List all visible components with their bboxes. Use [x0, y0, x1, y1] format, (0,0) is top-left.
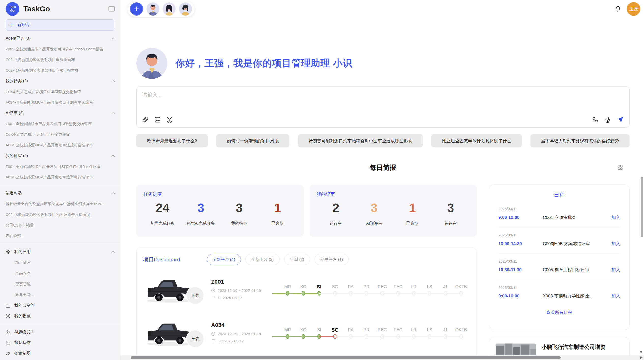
- join-button[interactable]: 加入: [611, 293, 620, 299]
- recent-chat-item[interactable]: 解释最新出台的欧盟报废车法规再生塑料比例被调至15%...: [0, 199, 120, 209]
- scroll-down-arrow[interactable]: [640, 351, 642, 353]
- milestone: PR: [359, 283, 374, 297]
- notification-bell-icon[interactable]: [614, 6, 621, 12]
- sidebar-task-item[interactable]: C0X4-动力总成开发项目工程变更评审: [0, 129, 120, 140]
- stat-label: 进行中: [317, 221, 355, 226]
- dashboard-tab[interactable]: 全新平台 (4): [207, 254, 241, 265]
- join-button[interactable]: 加入: [611, 267, 620, 273]
- suggestion-chip[interactable]: 如何写一份清晰的项目周报: [216, 134, 289, 147]
- milestone-label: SC: [327, 326, 343, 334]
- sidebar-section-header[interactable]: AI评审 (3): [0, 108, 120, 118]
- phone-icon[interactable]: [592, 116, 599, 123]
- milestone-label: OKTB: [453, 283, 469, 291]
- sidebar-task-item[interactable]: Z001-全新燃油轻卡产品开发项目SI节点属性5D文件评审: [0, 161, 120, 172]
- sidebar-task-item[interactable]: A034-全新新能源MUV产品开发项目计划变更表编写: [0, 97, 120, 108]
- attachment-icon[interactable]: [142, 116, 149, 123]
- sidebar-section-header[interactable]: Agent已办 (3): [0, 33, 120, 44]
- image-icon[interactable]: [154, 116, 161, 123]
- microphone-icon[interactable]: [604, 116, 611, 123]
- join-button[interactable]: 加入: [611, 241, 620, 247]
- chevron-up-icon[interactable]: [111, 192, 115, 194]
- schedule-date: 2025/03/11: [498, 285, 620, 290]
- view-all-schedule-link[interactable]: 查看所有日程: [498, 306, 620, 316]
- agent-avatar[interactable]: [179, 2, 192, 16]
- chevron-up-icon[interactable]: [111, 251, 115, 253]
- add-agent-button[interactable]: [130, 2, 143, 16]
- dashboard-tab[interactable]: 全新上装 (3): [245, 254, 280, 265]
- scissors-icon[interactable]: [167, 116, 173, 123]
- sidebar-task-item[interactable]: Z001-全新燃油皮卡产品开发项目SI节点Lesson Learn报告: [0, 44, 120, 54]
- chevron-up-icon[interactable]: [111, 112, 115, 114]
- scroll-right-arrow[interactable]: [640, 356, 643, 359]
- logo-text-top: Task: [9, 5, 16, 9]
- send-icon[interactable]: [617, 116, 624, 123]
- app-item[interactable]: 变更管理: [0, 279, 120, 289]
- recent-chats-header[interactable]: 最近对话: [0, 188, 120, 199]
- app-item[interactable]: 项目管理: [0, 257, 120, 268]
- project-name: Z001: [211, 279, 280, 285]
- layout-grid-icon[interactable]: [617, 164, 623, 170]
- sidebar-task-item[interactable]: A034-全新新能源MUV产品开发项目法规符合性评审: [0, 140, 120, 151]
- sidebar-item-favorites[interactable]: 我的收藏: [0, 311, 120, 321]
- dashboard-tab[interactable]: 动总开发 (1): [315, 254, 349, 265]
- chat-input[interactable]: [142, 91, 624, 108]
- user-avatar[interactable]: 王强: [627, 2, 640, 16]
- milestone: PR: [359, 326, 374, 340]
- sidebar-task-item[interactable]: A034-全新新能源MUV产品开发项目造型可行性评审: [0, 172, 120, 183]
- milestone: SI: [311, 326, 327, 340]
- suggestion-chip[interactable]: 比亚迪全固态电池计划具体说了什么: [431, 134, 522, 147]
- milestone: J1: [437, 326, 453, 340]
- sidebar-task-item[interactable]: C0X4-动力总成开发项目SI里程碑提交物检查: [0, 86, 120, 97]
- sidebar-item-drawing[interactable]: 创意制图: [0, 348, 120, 359]
- collapse-sidebar-icon[interactable]: [108, 6, 115, 12]
- suggestion-chip[interactable]: 欧洲新规最近颁布了什么?: [136, 134, 208, 147]
- agent-avatar[interactable]: [163, 2, 176, 16]
- chevron-up-icon[interactable]: [111, 80, 115, 82]
- new-chat-button[interactable]: 新对话: [6, 19, 114, 31]
- agent-avatar[interactable]: [146, 2, 159, 16]
- milestone-segment: [414, 293, 430, 294]
- sidebar-task-item[interactable]: Z001-全新燃油轻卡产品开发项目SI造型提交物评审: [0, 118, 120, 129]
- milestone-segment: [430, 336, 445, 337]
- suggestion-chip[interactable]: 特朗普可能对进口汽车增税会对中国车企造成哪些影响: [298, 134, 423, 147]
- sidebar-item-cloud[interactable]: 我的云空间: [0, 300, 120, 311]
- my-apps-header[interactable]: 我的应用: [0, 247, 120, 257]
- stat-label: 已逾期: [393, 221, 432, 226]
- apps-view-all[interactable]: 查看全部...: [0, 289, 120, 300]
- milestone: LS: [422, 326, 437, 340]
- news-card[interactable]: 小鹏飞行汽车制造公司增资 天眼查 App 显示，近日广州汇天飞行汽...: [489, 337, 630, 355]
- milestone-segment: [272, 336, 288, 337]
- sidebar-section-header[interactable]: 我的评审 (2): [0, 151, 120, 161]
- dashboard-tab[interactable]: 年型 (2): [284, 254, 310, 265]
- project-row[interactable]: 王强 A034 2023-12-19 ~ 2026-01-19 SC-2025-…: [143, 313, 470, 352]
- pen-icon: [6, 351, 11, 356]
- app-item[interactable]: 产品管理: [0, 268, 120, 279]
- join-button[interactable]: 加入: [611, 215, 620, 220]
- sidebar-item-writing[interactable]: 帮我写作: [0, 337, 120, 348]
- vertical-scrollbar-thumb[interactable]: [641, 177, 643, 237]
- recent-chat-item[interactable]: 公司Q3轻卡销量: [0, 220, 120, 231]
- stat: 3 我的待办: [220, 201, 258, 226]
- new-chat-label: 新对话: [17, 22, 29, 28]
- greeting-text: 你好，王强，我是你的项目管理助理 小识: [175, 57, 352, 70]
- milestone-segment: [288, 293, 303, 294]
- star-badge-icon: [6, 313, 11, 319]
- recent-chat-item[interactable]: C02-飞腾新能源轻客改款项目的闭环通告反馈情况: [0, 209, 120, 220]
- milestone-strip: MR KO SI: [280, 282, 470, 297]
- sidebar-task-item[interactable]: C02-飞腾新能源轻客改款项目立项汇报方案: [0, 65, 120, 76]
- briefing-header: 每日简报: [136, 163, 630, 172]
- sidebar-task-item[interactable]: C02-飞腾新能源轻客改款项目里程碑画布: [0, 54, 120, 65]
- milestone-dot: [459, 291, 463, 296]
- milestone: PA: [343, 283, 359, 297]
- assistant-avatar: [136, 48, 167, 79]
- chevron-up-icon[interactable]: [111, 155, 115, 157]
- section-title: 我的评审 (2): [6, 153, 111, 159]
- sidebar-section-header[interactable]: 我的待办 (2): [0, 76, 120, 86]
- project-dates: 2023-12-19 ~ 2027-01-19: [211, 288, 280, 293]
- recent-view-all[interactable]: 查看全部...: [0, 231, 120, 241]
- project-row[interactable]: 王强 Z001 2023-12-19 ~ 2027-01-19 SI-2025-…: [143, 270, 470, 308]
- sidebar-item-ai-staff[interactable]: AI超级员工: [0, 327, 120, 337]
- suggestion-chip[interactable]: 当下年轻人对汽车外观有怎样的喜好趋势: [530, 134, 630, 147]
- chevron-up-icon[interactable]: [111, 37, 115, 39]
- horizontal-scrollbar-thumb[interactable]: [131, 356, 561, 359]
